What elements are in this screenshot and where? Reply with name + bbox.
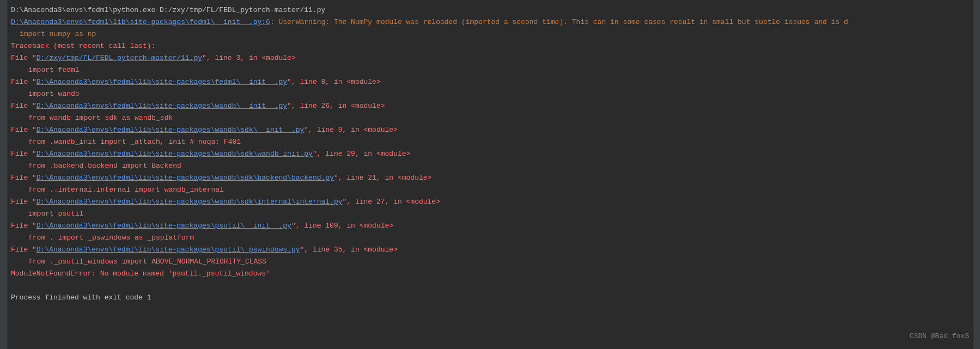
traceback-frame: File "D:\Anaconda3\envs\fedml\lib\site-p… <box>11 148 969 160</box>
frame-file-link[interactable]: D:\Anaconda3\envs\fedml\lib\site-package… <box>36 150 313 158</box>
frame-file-link[interactable]: D:\Anaconda3\envs\fedml\lib\site-package… <box>36 78 287 86</box>
frame-code: from .backend.backend import Backend <box>11 160 969 172</box>
traceback-frame: File "D:\Anaconda3\envs\fedml\lib\site-p… <box>11 172 969 184</box>
traceback-frame: File "D:\Anaconda3\envs\fedml\lib\site-p… <box>11 76 969 88</box>
frame-prefix: File " <box>11 174 36 182</box>
frame-prefix: File " <box>11 246 36 254</box>
frame-suffix: ", line 109, in <module> <box>291 222 393 230</box>
frame-code: import fedml <box>11 64 969 76</box>
frame-code: from ._psutil_windows import ABOVE_NORMA… <box>11 256 969 268</box>
frame-prefix: File " <box>11 102 36 110</box>
frame-suffix: ", line 27, in <module> <box>343 198 440 206</box>
frame-file-link[interactable]: D:\Anaconda3\envs\fedml\lib\site-package… <box>36 102 287 110</box>
frame-code: from . import _pswindows as _psplatform <box>11 232 969 244</box>
frame-suffix: ", line 26, in <module> <box>287 102 385 110</box>
frame-file-link[interactable]: D:\Anaconda3\envs\fedml\lib\site-package… <box>36 198 343 206</box>
process-exit: Process finished with exit code 1 <box>11 292 969 304</box>
frame-prefix: File " <box>11 54 36 62</box>
frame-suffix: ", line 8, in <module> <box>287 78 381 86</box>
frame-suffix: ", line 3, in <module> <box>202 54 296 62</box>
warning-line: D:\Anaconda3\envs\fedml\lib\site-package… <box>11 16 969 28</box>
traceback-frame: File "D:/zxy/tmp/FL/FEDL_pytorch-master/… <box>11 52 969 64</box>
module-error: ModuleNotFoundError: No module named 'ps… <box>11 268 969 280</box>
frame-prefix: File " <box>11 198 36 206</box>
frame-code: from wandb import sdk as wandb_sdk <box>11 112 969 124</box>
left-gutter <box>0 0 8 349</box>
frame-code: from ..internal.internal import wandb_in… <box>11 184 969 196</box>
traceback-frames: File "D:/zxy/tmp/FL/FEDL_pytorch-master/… <box>11 52 969 268</box>
frame-file-link[interactable]: D:\Anaconda3\envs\fedml\lib\site-package… <box>36 222 291 230</box>
frame-file-link[interactable]: D:/zxy/tmp/FL/FEDL_pytorch-master/11.py <box>36 54 202 62</box>
frame-suffix: ", line 9, in <module> <box>304 126 398 134</box>
traceback-frame: File "D:\Anaconda3\envs\fedml\lib\site-p… <box>11 124 969 136</box>
warning-code: import numpy as np <box>11 28 969 40</box>
frame-file-link[interactable]: D:\Anaconda3\envs\fedml\lib\site-package… <box>36 246 300 254</box>
frame-code: import psutil <box>11 208 969 220</box>
frame-file-link[interactable]: D:\Anaconda3\envs\fedml\lib\site-package… <box>36 174 334 182</box>
frame-suffix: ", line 29, in <module> <box>313 150 410 158</box>
frame-suffix: ", line 21, in <module> <box>334 174 431 182</box>
frame-prefix: File " <box>11 126 36 134</box>
empty-line <box>11 280 969 292</box>
frame-code: from .wandb_init import _attach, init # … <box>11 136 969 148</box>
traceback-frame: File "D:\Anaconda3\envs\fedml\lib\site-p… <box>11 100 969 112</box>
frame-prefix: File " <box>11 150 36 158</box>
scrollbar-track[interactable] <box>973 0 980 349</box>
frame-prefix: File " <box>11 222 36 230</box>
command-line: D:\Anaconda3\envs\fedml\python.exe D:/zx… <box>11 4 969 16</box>
warning-file-link[interactable]: D:\Anaconda3\envs\fedml\lib\site-package… <box>11 18 270 26</box>
traceback-frame: File "D:\Anaconda3\envs\fedml\lib\site-p… <box>11 220 969 232</box>
traceback-frame: File "D:\Anaconda3\envs\fedml\lib\site-p… <box>11 244 969 256</box>
watermark: CSDN @Bad_foxS <box>910 330 969 342</box>
frame-code: import wandb <box>11 88 969 100</box>
traceback-header: Traceback (most recent call last): <box>11 40 969 52</box>
frame-prefix: File " <box>11 78 36 86</box>
frame-file-link[interactable]: D:\Anaconda3\envs\fedml\lib\site-package… <box>36 126 304 134</box>
traceback-frame: File "D:\Anaconda3\envs\fedml\lib\site-p… <box>11 196 969 208</box>
frame-suffix: ", line 35, in <module> <box>300 246 398 254</box>
warning-text: : UserWarning: The NumPy module was relo… <box>270 18 848 26</box>
console-output: D:\Anaconda3\envs\fedml\python.exe D:/zx… <box>0 4 980 304</box>
